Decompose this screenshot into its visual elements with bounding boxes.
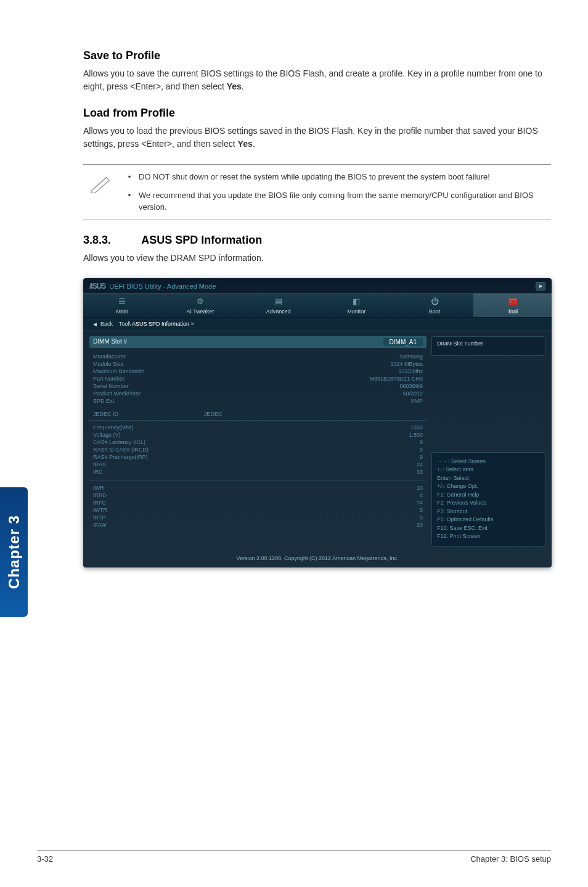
spacer <box>431 360 545 452</box>
bios-breadcrumb: ◄ Back Tool\ ASUS SPD Information > <box>83 318 552 331</box>
page-content: Save to Profile Allows you to save the c… <box>0 0 588 567</box>
asus-logo: /ISUS <box>89 282 105 291</box>
tab-monitor[interactable]: ◧ Monitor <box>317 294 396 317</box>
tab-main[interactable]: ☰ Main <box>83 294 161 317</box>
chip-icon: ▤ <box>273 297 284 306</box>
tab-advanced[interactable]: ▤ Advanced <box>239 294 317 317</box>
chapter-tab: Chapter 3 <box>0 487 28 617</box>
note-content: • DO NOT shut down or reset the system w… <box>120 171 551 213</box>
bios-right-panel: DIMM Slot number →←: Select Screen ↑↓: S… <box>431 336 545 547</box>
tab-tool[interactable]: 🧰 Tool <box>473 294 552 317</box>
page-number: 3-32 <box>37 854 53 864</box>
exit-icon[interactable] <box>536 282 545 291</box>
help-key-line: ↑↓: Select Item <box>437 466 540 474</box>
back-arrow-icon: ◄ <box>92 321 98 328</box>
bios-screenshot: /ISUS UEFI BIOS Utility - Advanced Mode … <box>83 278 552 567</box>
info-row: Product Week/Year50/2012 <box>93 390 423 397</box>
help-text: DIMM Slot number <box>437 340 483 347</box>
dimm-slot-label: DIMM Slot # <box>93 338 127 346</box>
tab-label: Tool <box>507 308 518 315</box>
help-key-line: F2: Previous Values <box>437 499 540 508</box>
timing-row: RAS# Precharge(tRP)9 <box>93 453 423 461</box>
jedec-id-label: JEDEC ID <box>93 411 204 417</box>
gear-icon: ⚙ <box>195 297 206 306</box>
help-key-line: +/-: Change Opt. <box>437 482 540 491</box>
save-to-profile-body: Allows you to save the current BIOS sett… <box>83 67 551 93</box>
tab-boot[interactable]: ⏻ Boot <box>396 294 474 317</box>
breadcrumb-path: Tool\ ASUS SPD Information > <box>119 321 194 327</box>
timing-block-1: Frequency(Mhz)1333 Voltage (V)1.500 CAS#… <box>89 423 427 477</box>
info-row: ManufacturerSamsung <box>93 353 423 360</box>
help-key-line: F10: Save ESC: Exit <box>437 524 540 533</box>
note-bullet-1: DO NOT shut down or reset the system whi… <box>139 171 490 183</box>
info-row: Part NumberM391B2873DZ1-CH9 <box>93 375 423 382</box>
timing-row: tFAW20 <box>93 521 423 529</box>
note-block: • DO NOT shut down or reset the system w… <box>83 164 551 220</box>
section-title: ASUS SPD Information <box>141 234 262 246</box>
load-from-profile-body: Allows you to load the previous BIOS set… <box>83 125 551 151</box>
back-label: Back <box>100 321 113 327</box>
bios-title: UEFI BIOS Utility - Advanced Mode <box>109 283 216 290</box>
svg-line-0 <box>94 177 108 189</box>
help-key-line: →←: Select Screen <box>437 458 540 466</box>
save-to-profile-heading: Save to Profile <box>83 49 551 62</box>
jedec-header: JEDEC ID JEDEC <box>89 410 427 418</box>
tab-label: Ai Tweaker <box>187 308 214 315</box>
chapter-tab-label: Chapter 3 <box>6 515 23 589</box>
timing-row: Frequency(Mhz)1333 <box>93 424 423 431</box>
power-icon: ⏻ <box>429 297 440 306</box>
note-bullet-2: We recommend that you update the BIOS fi… <box>139 189 551 213</box>
breadcrumb-prefix: Tool\ <box>119 321 132 327</box>
info-row: SPD Ext.XMP <box>93 397 423 405</box>
breadcrumb-main: ASUS SPD Information <box>132 321 189 327</box>
toolbox-icon: 🧰 <box>507 297 518 306</box>
help-keys-box: →←: Select Screen ↑↓: Select Item Enter:… <box>431 452 545 547</box>
help-key-line: F3: Shortcut <box>437 508 540 516</box>
jedec-label: JEDEC <box>204 411 223 417</box>
chapter-label: Chapter 3: BIOS setup <box>470 854 551 864</box>
bios-titlebar: /ISUS UEFI BIOS Utility - Advanced Mode <box>83 278 552 293</box>
separator <box>89 481 427 481</box>
list-icon: ☰ <box>116 297 128 306</box>
load-from-profile-heading: Load from Profile <box>83 107 551 120</box>
monitor-icon: ◧ <box>351 297 362 306</box>
section-number: 3.8.3. <box>83 234 139 247</box>
help-key-line: F1: General Help <box>437 491 540 500</box>
timing-row: tWR10 <box>93 484 423 492</box>
module-info-block: ManufacturerSamsung Module Size1024 MByt… <box>89 352 427 406</box>
tab-label: Monitor <box>347 308 365 315</box>
timing-row: tRAS24 <box>93 461 423 468</box>
timing-block-2: tWR10 tRRD4 tRFC74 tWTR5 tRTP5 tFAW20 <box>89 483 427 530</box>
bios-left-panel: DIMM Slot # DIMM_A1 ManufacturerSamsung … <box>89 336 427 547</box>
section-3-8-3-body: Allows you to view the DRAM SPD informat… <box>83 252 551 265</box>
timing-row: RAS# to CAS# (tRCD)9 <box>93 446 423 453</box>
separator <box>89 420 427 421</box>
tab-ai-tweaker[interactable]: ⚙ Ai Tweaker <box>161 294 240 317</box>
info-row: Maximum Bandwidth1333 Mhz <box>93 368 423 375</box>
breadcrumb-suffix: > <box>189 321 194 327</box>
timing-row: tRC33 <box>93 468 423 476</box>
timing-row: tRFC74 <box>93 499 423 506</box>
timing-row: CAS# Lantency (tCL)9 <box>93 439 423 446</box>
dimm-slot-row[interactable]: DIMM Slot # DIMM_A1 <box>89 336 427 348</box>
bullet-icon: • <box>120 171 139 183</box>
back-button[interactable]: ◄ Back <box>92 321 113 328</box>
tab-label: Boot <box>429 308 441 315</box>
help-key-line: F5: Optimized Defaults <box>437 516 540 524</box>
info-row: Module Size1024 MBytes <box>93 360 423 368</box>
timing-row: tRRD4 <box>93 492 423 499</box>
bios-main-area: DIMM Slot # DIMM_A1 ManufacturerSamsung … <box>83 331 552 551</box>
help-description: DIMM Slot number <box>431 336 545 356</box>
timing-row: tRTP5 <box>93 514 423 521</box>
pencil-icon <box>83 171 120 193</box>
bios-version-footer: Version 2.00.1208. Copyright (C) 2012 Am… <box>83 551 552 561</box>
section-3-8-3-heading: 3.8.3. ASUS SPD Information <box>83 234 551 247</box>
help-key-line: Enter: Select <box>437 474 540 483</box>
info-row: Serial Number060369f9 <box>93 382 423 390</box>
help-key-line: F12: Print Screen <box>437 532 540 541</box>
dimm-slot-value: DIMM_A1 <box>383 338 423 346</box>
page-footer: 3-32 Chapter 3: BIOS setup <box>37 850 551 864</box>
timing-row: Voltage (V)1.500 <box>93 431 423 439</box>
bios-tabs: ☰ Main ⚙ Ai Tweaker ▤ Advanced ◧ Monitor… <box>83 293 552 318</box>
bullet-icon: • <box>120 189 139 213</box>
